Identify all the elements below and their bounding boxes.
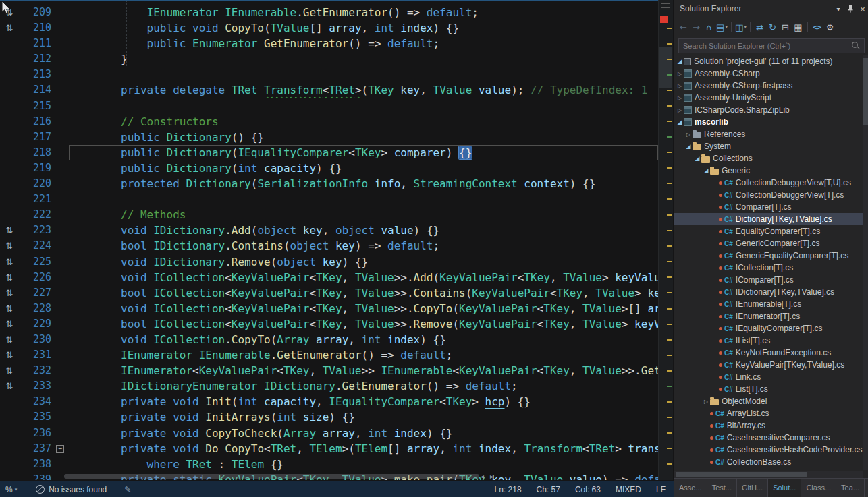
panel-tab[interactable]: Class... (801, 479, 836, 497)
code-editor[interactable]: ⇅209 IEnumerator IEnumerable.GetEnumerat… (0, 0, 658, 480)
refresh-icon[interactable]: ↻ (767, 20, 778, 34)
search-input[interactable] (679, 39, 864, 53)
tree-item[interactable]: C#ICollection[T].cs (674, 262, 863, 274)
line-number[interactable]: 238 (19, 457, 54, 472)
tree-item[interactable]: C#CollectionDebuggerView[T].cs (674, 189, 863, 201)
code-line[interactable]: ⇅228 void ICollection<KeyValuePair<TKey,… (0, 301, 658, 316)
close-icon[interactable]: × (857, 3, 868, 15)
line-ending-indicator[interactable]: LF (656, 485, 666, 494)
code-line[interactable]: ⇅226 void ICollection<Key​ValuePair<TKey… (0, 270, 658, 285)
editor-vertical-scrollbar[interactable] (658, 0, 673, 480)
tree-item[interactable]: C#IDictionary[TKey,TValue].cs (674, 286, 863, 298)
code-text[interactable]: bool ICollection<KeyValuePair<TKey, TVal… (69, 285, 658, 301)
code-text[interactable]: void ICollection<Key​ValuePair<TKey, TVa… (69, 270, 658, 285)
horizontal-scrollbar-thumb[interactable] (64, 474, 479, 479)
code-text[interactable]: private void Init(int capacity, IEqualit… (69, 394, 658, 409)
panel-vertical-scrollbar[interactable] (863, 55, 868, 470)
scrollbar-thumb[interactable] (863, 58, 868, 125)
tree-item[interactable]: C#IComparer[T].cs (674, 274, 863, 286)
code-text[interactable]: private void InitArrays(int size) {} (69, 409, 658, 425)
line-number[interactable]: 209 (19, 5, 54, 20)
line-number[interactable]: 214 (19, 82, 54, 98)
code-line[interactable]: 215 (0, 98, 658, 114)
line-number[interactable]: 211 (19, 36, 54, 51)
expanded-arrow-icon[interactable]: ◢ (676, 58, 684, 65)
sync-with-active-document-icon[interactable]: ⇄ (754, 20, 765, 34)
line-number[interactable]: 220 (19, 176, 54, 192)
code-line[interactable]: 213 (0, 67, 658, 82)
tree-item[interactable]: ▷Assembly-CSharp-firstpass (674, 80, 863, 92)
override-indicator-icon[interactable]: ⇅ (0, 285, 19, 301)
forward-icon[interactable]: → (690, 20, 702, 34)
tree-item[interactable]: C#Comparer[T].cs (674, 201, 863, 213)
tree-item[interactable]: C#GenericEqualityComparer[T].cs (674, 250, 863, 262)
collapsed-arrow-icon[interactable]: ▷ (676, 83, 684, 89)
tree-item[interactable]: ▷Assembly-CSharp (674, 67, 863, 80)
tree-item[interactable]: C#GenericComparer[T].cs (674, 237, 863, 250)
search-icon[interactable] (852, 42, 858, 48)
encoding-indicator[interactable]: MIXED (616, 485, 641, 494)
column-indicator[interactable]: Col: 63 (575, 485, 601, 494)
tree-item[interactable]: ▷References (674, 128, 863, 140)
code-line[interactable]: 238 where TRet : TElem {} (0, 457, 658, 472)
override-indicator-icon[interactable]: ⇅ (0, 332, 19, 347)
code-line[interactable]: 234 private void Init(int capacity, IEqu… (0, 394, 658, 409)
collapsed-arrow-icon[interactable]: ▷ (676, 107, 684, 113)
tree-item[interactable]: C#KeyNotFoundException.cs (674, 347, 863, 359)
line-number[interactable]: 228 (19, 301, 54, 316)
override-indicator-icon[interactable]: ⇅ (0, 20, 19, 36)
line-number[interactable]: 233 (19, 378, 54, 394)
tree-item[interactable]: C#IEnumerator[T].cs (674, 310, 863, 322)
code-text[interactable]: public Dictionary(int capacity) {} (69, 160, 658, 176)
line-number[interactable]: 237 (19, 441, 54, 457)
override-indicator-icon[interactable]: ⇅ (0, 316, 19, 332)
line-number[interactable]: 210 (19, 20, 54, 36)
scroll-left-icon[interactable]: ◂ (481, 472, 484, 481)
code-line[interactable]: 216 // Constructors (0, 114, 658, 129)
code-text[interactable]: bool IDictionary.Contains(object key) =>… (69, 238, 658, 254)
vertical-scrollbar-thumb[interactable] (659, 47, 672, 88)
code-line[interactable]: ⇅210 public void CopyTo(TValue[] array, … (0, 20, 658, 36)
line-number[interactable]: 216 (19, 114, 54, 129)
line-number[interactable]: 227 (19, 285, 54, 301)
tree-item[interactable]: C#EqualityComparer[T].cs (674, 225, 863, 237)
code-line[interactable]: 222 // Methods (0, 207, 658, 223)
line-number[interactable]: 235 (19, 409, 54, 425)
tree-item[interactable]: ▷ICSharpCode.SharpZipLib (674, 104, 863, 116)
code-line[interactable]: 221 (0, 192, 658, 207)
line-number[interactable]: 222 (19, 207, 54, 223)
panel-tab[interactable]: Asse... (674, 479, 707, 497)
code-line[interactable]: 212 } (0, 51, 658, 67)
expanded-arrow-icon[interactable]: ◢ (702, 167, 710, 174)
code-text[interactable]: // Methods (69, 207, 658, 223)
view-code-icon[interactable]: <> (811, 20, 823, 34)
code-text[interactable]: where TRet : TElem {} (69, 457, 658, 472)
code-line[interactable]: 217 public Dictionary() {} (0, 129, 658, 145)
code-text[interactable]: private void CopyToCheck(Array array, in… (69, 426, 658, 441)
collapsed-arrow-icon[interactable]: ▷ (684, 131, 693, 138)
tree-item[interactable]: C#Link.cs (674, 371, 863, 383)
code-text[interactable]: public Dictionary(IEqualityComparer<TKey… (69, 145, 658, 160)
code-line[interactable]: ⇅229 bool ICollection<KeyValuePair<TKey,… (0, 316, 658, 332)
code-text[interactable]: public void CopyTo(TValue[] array, int i… (69, 20, 658, 36)
code-text[interactable]: void IDictionary.Remove(object key) {} (69, 254, 658, 270)
tree-item[interactable]: ▷ObjectModel (674, 395, 863, 407)
override-indicator-icon[interactable]: ⇅ (0, 301, 19, 316)
override-indicator-icon[interactable]: ⇅ (0, 223, 19, 238)
code-text[interactable]: void ICollection<KeyValuePair<TKey, TVal… (69, 301, 658, 316)
code-line[interactable]: ⇅224 bool IDictionary.Contains(object ke… (0, 238, 658, 254)
tree-item[interactable]: C#ArrayList.cs (674, 407, 863, 419)
code-line[interactable]: 237− private void Do_CopyTo<TRet, TElem>… (0, 441, 658, 457)
collapsed-arrow-icon[interactable]: ▷ (676, 95, 684, 101)
tree-item[interactable]: ◢Collections (674, 152, 863, 165)
line-number[interactable]: 217 (19, 129, 54, 145)
code-text[interactable] (69, 98, 658, 114)
char-indicator[interactable]: Ch: 57 (537, 485, 560, 494)
tree-item[interactable]: C#Dictionary[TKey,TValue].cs (674, 213, 863, 225)
code-text[interactable]: IEnumerator IEnumerable.GetEnumerator() … (69, 5, 658, 20)
code-line[interactable]: ⇅233 IDictionaryEnumerator IDictionary.G… (0, 378, 658, 394)
zoom-control[interactable]: % ▾ (5, 485, 17, 494)
filter-icon[interactable]: ◫▾ (735, 20, 747, 34)
panel-horizontal-scrollbar[interactable] (674, 471, 863, 478)
tree-item[interactable]: C#CaseInsensitiveComparer.cs (674, 432, 863, 444)
